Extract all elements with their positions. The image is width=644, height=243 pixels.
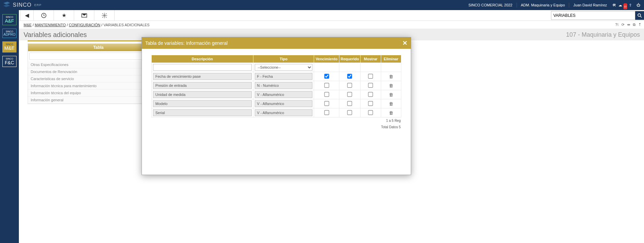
trash-icon[interactable]: 🗑	[389, 110, 393, 115]
sidebar-item-adpro[interactable]: SINCO ADPRO	[2, 29, 17, 38]
table-footer-2: Total Datos 5	[151, 124, 401, 130]
search-input[interactable]	[551, 11, 635, 20]
sidebar-item-af[interactable]: SINCO A&F	[2, 14, 17, 25]
req-checkbox[interactable]	[347, 83, 352, 88]
svg-marker-1	[3, 4, 10, 7]
breadcrumb-mantenimiento[interactable]: MANTENIMIENTO	[35, 23, 66, 27]
req-checkbox[interactable]	[347, 92, 352, 97]
refresh-icon[interactable]: ⟳	[621, 23, 624, 27]
trash-icon[interactable]: 🗑	[389, 101, 393, 106]
favorite-button[interactable]: ★	[54, 10, 74, 21]
breadcrumb: M&E / MANTENIMIENTO / CONFIGURACIÓN / VA…	[0, 21, 644, 29]
sidebar-label: SINCO	[3, 58, 16, 60]
table-footer-1: 1 a 5 Reg	[151, 117, 401, 124]
power-icon[interactable]: ⏻	[635, 2, 641, 8]
svg-marker-0	[3, 2, 10, 4]
main-header: SINCO ERP SINCO COMERCIAL 2022 ADM. Maqu…	[0, 0, 644, 10]
brand-icon	[3, 2, 11, 8]
venc-checkbox[interactable]	[324, 92, 329, 97]
svg-point-5	[638, 14, 641, 16]
mostrar-checkbox[interactable]	[368, 92, 373, 97]
cloud-icon[interactable]: ☁22	[619, 2, 625, 8]
tipo-value[interactable]: N - Numérico	[255, 82, 313, 89]
brand-sub: ERP	[34, 3, 42, 7]
req-checkbox[interactable]	[347, 101, 352, 106]
mostrar-checkbox[interactable]	[368, 101, 373, 106]
col-requerido: Requerido	[339, 55, 361, 63]
svg-line-6	[640, 16, 642, 18]
help-icon[interactable]: ?⃞	[615, 23, 619, 27]
col-tipo: Tipo	[253, 55, 314, 63]
separator	[569, 3, 569, 7]
page-context: 107 - Maquinaria y Equipos	[566, 31, 640, 38]
table-row: Fecha de vencimiento pase F - Fecha 🗑	[152, 72, 401, 81]
header-user: Juan David Ramírez	[573, 3, 607, 7]
modal-title: Tabla de variables: Información general	[145, 40, 227, 46]
table-row: Serial V - Alfanumérico 🗑	[152, 108, 401, 117]
mostrar-checkbox[interactable]	[368, 83, 373, 88]
settings-button[interactable]	[94, 10, 115, 21]
left-sidebar: SINCO A&F SINCO ADPRO SINCO M&E SINCO F&…	[0, 10, 19, 243]
collapse-icon[interactable]: ⤒	[638, 23, 641, 27]
split-icon[interactable]: ⇹	[627, 23, 630, 27]
inbox-button[interactable]	[74, 10, 94, 21]
sidebar-label: A&F	[3, 18, 16, 24]
tipo-value[interactable]: V - Alfanumérico	[255, 109, 313, 116]
col-mostrar: Mostrar	[361, 55, 381, 63]
breadcrumb-me[interactable]: M&E	[24, 23, 32, 27]
req-checkbox[interactable]	[347, 74, 352, 78]
brand-text: SINCO	[13, 2, 32, 8]
breadcrumb-configuracion[interactable]: CONFIGURACIÓN	[69, 23, 100, 27]
desc-value[interactable]: Fecha de vencimiento pase	[153, 73, 252, 80]
desc-value[interactable]: Unidad de medida	[153, 91, 252, 98]
table-row: Unidad de medida V - Alfanumérico 🗑	[152, 90, 401, 99]
mostrar-checkbox[interactable]	[368, 74, 373, 78]
desc-value[interactable]: Modelo	[153, 100, 252, 107]
export-icon[interactable]: ⇪	[627, 2, 633, 8]
variables-modal: Tabla de variables: Información general …	[142, 37, 411, 175]
notification-badge: 22	[623, 3, 627, 9]
tipo-select[interactable]: --Seleccione--	[255, 64, 313, 71]
back-button[interactable]: ◀	[20, 10, 34, 21]
modal-header: Tabla de variables: Información general …	[142, 37, 411, 49]
header-company: SINCO COMERCIAL 2022	[468, 3, 512, 7]
desc-value[interactable]: Serial	[153, 109, 252, 116]
tools-icon[interactable]: 🛠	[611, 2, 617, 8]
new-row: --Seleccione--	[152, 63, 401, 72]
trash-icon[interactable]: 🗑	[389, 92, 393, 97]
req-checkbox[interactable]	[347, 110, 352, 115]
desc-value[interactable]: Presión de entrada	[153, 82, 252, 89]
venc-checkbox[interactable]	[324, 110, 329, 115]
sidebar-item-me[interactable]: SINCO M&E	[2, 41, 17, 53]
secondary-toolbar: ◀ ★	[0, 10, 644, 21]
table-row: Modelo V - Alfanumérico 🗑	[152, 99, 401, 108]
breadcrumb-current: VARIABLES ADICIONALES	[103, 23, 150, 27]
header-module: ADM. Maquinaria y Equipo	[521, 3, 565, 7]
history-button[interactable]	[34, 10, 54, 21]
trash-icon[interactable]: 🗑	[389, 74, 393, 79]
venc-checkbox[interactable]	[324, 83, 329, 88]
variables-table: Descripción Tipo Vencimiento Requerido M…	[151, 55, 401, 117]
table-row: Presión de entrada N - Numérico 🗑	[152, 81, 401, 90]
col-vencimiento: Vencimiento	[314, 55, 339, 63]
sidebar-item-fc[interactable]: SINCO F&C	[2, 56, 17, 67]
sidebar-label: SINCO	[3, 16, 16, 18]
close-icon[interactable]: ✕	[402, 39, 407, 47]
page-title: Variables adicionales	[24, 31, 87, 39]
tipo-value[interactable]: F - Fecha	[255, 73, 313, 80]
sidebar-label: SINCO	[3, 30, 16, 33]
separator	[517, 3, 517, 7]
venc-checkbox[interactable]	[324, 101, 329, 106]
brand: SINCO ERP	[3, 2, 41, 8]
trash-icon[interactable]: 🗑	[389, 83, 393, 88]
sidebar-label: M&E	[3, 45, 16, 51]
venc-checkbox[interactable]	[324, 74, 329, 78]
desc-input[interactable]	[153, 64, 252, 71]
sidebar-label: F&C	[3, 60, 16, 65]
tipo-value[interactable]: V - Alfanumérico	[255, 91, 313, 98]
popout-icon[interactable]: ⧉	[633, 23, 636, 27]
sidebar-label: ADPRO	[3, 33, 16, 36]
tipo-value[interactable]: V - Alfanumérico	[255, 100, 313, 107]
mostrar-checkbox[interactable]	[368, 110, 373, 115]
search-button[interactable]	[635, 11, 644, 20]
